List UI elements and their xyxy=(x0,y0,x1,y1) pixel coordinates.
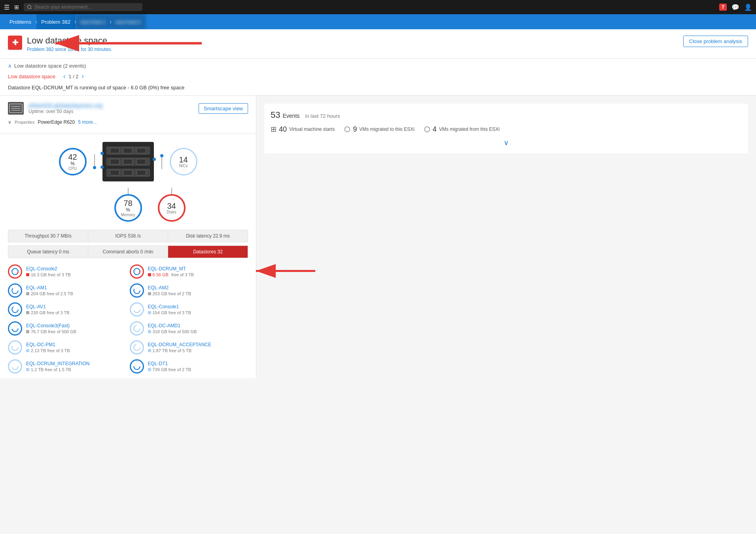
host-section: phbwrk30.globalydaytrace.org Uptime: ove… xyxy=(0,96,256,134)
ds-circle-eql-dt1 xyxy=(130,359,144,374)
datastore-item-eql-console2: EQL-Console2 16.3 GB free of 3 TB xyxy=(8,264,127,279)
connector-left-top xyxy=(100,152,104,155)
host-server-icon xyxy=(8,102,24,115)
datastore-item-eql-dt1: EQL-DT1 739 GB free of 2 TB xyxy=(130,359,248,374)
ds-name-eql-am1[interactable]: EQL-AM1 xyxy=(26,285,73,291)
ds-name-eql-av1[interactable]: EQL-AV1 xyxy=(26,304,70,309)
event-stat-vms-migrated-to: ⬡ 9 VMs migrated to this ESXi xyxy=(344,125,414,134)
ds-circle-eql-dcrum-acceptance xyxy=(130,340,144,355)
datastore-row-6: EQL-DCRUM_INTEGRATION 1.2 TB free of 1.5… xyxy=(8,359,248,374)
ds-info-eql-dcrum-mt: EQL-DCRUM_MT 6.56 GB free of 3 TB xyxy=(148,266,194,277)
ds-circle-eql-console2 xyxy=(8,264,22,279)
disks-connector: 34 Disks xyxy=(158,188,186,222)
prev-event-button[interactable]: ‹ xyxy=(63,73,65,80)
left-column: phbwrk30.globalydaytrace.org Uptime: ove… xyxy=(0,96,256,378)
two-col-layout: phbwrk30.globalydaytrace.org Uptime: ove… xyxy=(0,96,756,378)
ds-name-eql-console1[interactable]: EQL-Console1 xyxy=(148,304,191,309)
search-bar[interactable] xyxy=(24,3,142,11)
stat-disk-latency[interactable]: Disk latency 22.9 ms xyxy=(168,230,248,242)
search-input[interactable] xyxy=(34,4,139,10)
problem-info: Low datastore space Problem 382 since 16… xyxy=(27,36,112,52)
ds-name-eql-console3[interactable]: EQL-Console3(Fast) xyxy=(26,323,76,328)
ds-name-eql-dc-amd1[interactable]: EQL-DC-AMD1 xyxy=(148,323,197,328)
event-title-link[interactable]: Low datastore space xyxy=(8,74,55,79)
breadcrumb-problem382[interactable]: Problem 382 xyxy=(36,14,75,29)
properties-label: Properties xyxy=(15,120,34,125)
datastore-item-eql-console1: EQL-Console1 154 GB free of 3 TB xyxy=(130,302,248,317)
vm-starts-count: 40 xyxy=(279,125,287,134)
event-header[interactable]: ∧ Low datastore space (2 events) xyxy=(8,59,748,73)
server-diagram[interactable] xyxy=(102,142,154,181)
chat-icon[interactable]: 💬 xyxy=(731,4,739,11)
host-info: phbwrk30.globalydaytrace.org Uptime: ove… xyxy=(28,102,102,114)
events-count: 53 xyxy=(271,110,280,120)
events-panel: 53 Events in last 72 hours ⊞ 40 Virtual … xyxy=(264,104,748,153)
close-problem-analysis-button[interactable]: Close problem analysis xyxy=(683,36,748,47)
user-icon[interactable]: 👤 xyxy=(744,4,752,11)
stat-throughput[interactable]: Throughput 30.7 MB/s xyxy=(8,230,88,242)
stat-iops[interactable]: IOPS 538 /s xyxy=(88,230,168,242)
events-expand-button[interactable]: ∨ xyxy=(271,138,742,147)
vm-starts-label: Virtual machine starts xyxy=(289,126,335,132)
bottom-metrics: 78 % Memory 34 Disks xyxy=(114,188,186,222)
vms-migrated-to-count: 9 xyxy=(353,125,357,134)
events-stats: ⊞ 40 Virtual machine starts ⬡ 9 VMs migr… xyxy=(271,125,742,134)
event-page-indicator: 1 / 2 xyxy=(68,74,78,79)
events-period: in last 72 hours xyxy=(305,113,340,119)
ds-free-eql-console1: 154 GB free of 3 TB xyxy=(148,310,191,315)
datastore-row-5: EQL-DC-PM1 2.13 TB free of 3 TB xyxy=(8,340,248,355)
ds-name-eql-dcrum-integration[interactable]: EQL-DCRUM_INTEGRATION xyxy=(26,361,89,366)
ds-free-eql-console3: 76.7 GB free of 500 GB xyxy=(26,329,76,334)
datastore-item-eql-dcrum-acceptance: EQL-DCRUM_ACCEPTANCE 1.87 TB free of 5 T… xyxy=(130,340,248,355)
ds-name-eql-dcrum-mt[interactable]: EQL-DCRUM_MT xyxy=(148,266,194,272)
connector-left-bottom xyxy=(100,166,104,169)
svg-point-12 xyxy=(134,306,140,313)
memory-metric[interactable]: 78 % Memory xyxy=(114,194,142,222)
migrate-to-icon: ⬡ xyxy=(344,125,351,134)
datastore-rows-container: EQL-Console2 16.3 GB free of 3 TB xyxy=(8,264,248,374)
notification-badge[interactable]: 7 xyxy=(719,4,727,11)
menu-icon[interactable]: ☰ xyxy=(4,4,9,11)
grid-icon[interactable]: ⊞ xyxy=(14,4,19,10)
smartscape-view-button[interactable]: Smartscape view xyxy=(199,103,248,114)
ds-free-eql-dcrum-acceptance: 1.87 TB free of 5 TB xyxy=(148,348,211,353)
stat-datastores[interactable]: Datastores 32 xyxy=(168,246,248,258)
stat-command-aborts[interactable]: Command aborts 0 /min xyxy=(88,246,168,258)
ds-donut-icon xyxy=(11,268,19,275)
datastore-row-3: EQL-AV1 230 GB free of 3 TB xyxy=(8,302,248,317)
ds-name-eql-am2[interactable]: EQL-AM2 xyxy=(148,285,191,291)
host-name[interactable]: phbwrk30.globalydaytrace.org xyxy=(28,102,102,109)
cpu-metric[interactable]: 42 % CPU xyxy=(59,148,87,175)
ds-name-eql-dcrum-acceptance[interactable]: EQL-DCRUM_ACCEPTANCE xyxy=(148,342,211,347)
ds-free-eql-am1: 204 GB free of 2.5 TB xyxy=(26,291,73,296)
vms-migrated-from-count: 4 xyxy=(433,125,437,134)
breadcrumb-sep-1: › xyxy=(35,18,37,25)
host-uptime: Uptime: over 50 days xyxy=(28,109,102,114)
next-event-button[interactable]: › xyxy=(82,73,84,80)
problem-title: Low datastore space xyxy=(27,36,112,46)
migrate-from-icon: ⬡ xyxy=(424,125,430,134)
event-section: ∧ Low datastore space (2 events) Low dat… xyxy=(0,59,756,96)
properties-chevron[interactable]: ∨ xyxy=(8,119,11,125)
server-icon-inner xyxy=(9,104,23,113)
nics-metric[interactable]: 14 NICs xyxy=(170,148,197,175)
svg-point-14 xyxy=(134,325,140,332)
stat-queue-latency[interactable]: Queue latency 0 ms xyxy=(8,246,88,258)
server-slot-1 xyxy=(106,147,150,155)
svg-point-11 xyxy=(12,306,18,313)
ds-name-eql-console2[interactable]: EQL-Console2 xyxy=(26,266,71,272)
ds-info-eql-am1: EQL-AM1 204 GB free of 2.5 TB xyxy=(26,285,73,296)
ds-info-eql-dcrum-integration: EQL-DCRUM_INTEGRATION 1.2 TB free of 1.5… xyxy=(26,361,89,372)
svg-point-0 xyxy=(28,5,31,9)
properties-more-link[interactable]: 5 more... xyxy=(78,119,97,125)
main-content: ✚ Low datastore space Problem 382 since … xyxy=(0,29,756,378)
svg-point-13 xyxy=(12,325,18,332)
breadcrumb-problems[interactable]: Problems xyxy=(5,14,36,29)
topbar: ☰ ⊞ 7 💬 👤 xyxy=(0,0,756,14)
breadcrumb-host2[interactable]: esxi-host-2 xyxy=(111,14,146,29)
ds-free-eql-dc-amd1: 318 GB free of 500 GB xyxy=(148,329,197,334)
breadcrumb-host1[interactable]: esxi-host-1 xyxy=(76,14,110,29)
ds-name-eql-dt1[interactable]: EQL-DT1 xyxy=(148,361,191,366)
disks-metric[interactable]: 34 Disks xyxy=(158,194,186,222)
ds-name-eql-dc-pm1[interactable]: EQL-DC-PM1 xyxy=(26,342,70,347)
